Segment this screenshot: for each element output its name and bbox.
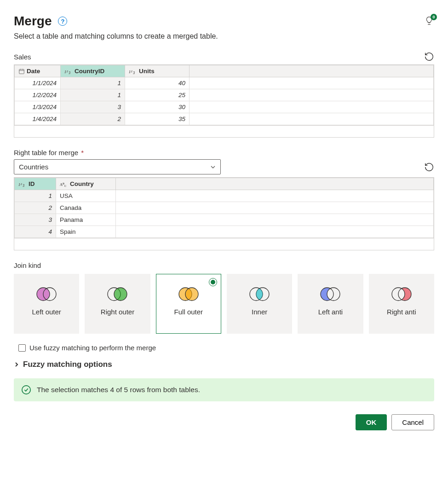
svg-text:A: A: [60, 183, 63, 187]
table-row[interactable]: 1/2/2024125: [15, 89, 434, 101]
venn-icon: [177, 286, 200, 302]
cancel-button[interactable]: Cancel: [391, 414, 434, 430]
required-asterisk: *: [79, 149, 84, 156]
join-kind-label: Join kind: [14, 261, 434, 269]
text-type-icon: ABC: [60, 182, 68, 187]
svg-text:1: 1: [18, 183, 20, 187]
join-kind-inner[interactable]: Inner: [227, 274, 292, 334]
column-header-units[interactable]: 123 Units: [125, 65, 190, 77]
join-kind-left-outer[interactable]: Left outer: [14, 274, 79, 334]
fuzzy-options-expander[interactable]: Fuzzy matching options: [14, 360, 434, 369]
svg-text:3: 3: [132, 70, 135, 75]
svg-text:1: 1: [64, 70, 66, 74]
table-row[interactable]: 4Spain: [15, 226, 434, 238]
right-table[interactable]: 123 ID ABC Country 1USA2Canada3Panama4Sp…: [14, 177, 434, 250]
venn-icon: [319, 286, 342, 302]
table-row[interactable]: 1USA: [15, 190, 434, 202]
date-type-icon: [18, 68, 25, 75]
svg-text:3: 3: [22, 183, 24, 187]
venn-icon: [390, 286, 413, 302]
left-table[interactable]: Date 123 CountryID 123 Units 1/1/2024140…: [14, 64, 434, 138]
fuzzy-matching-label: Use fuzzy matching to perform the merge: [29, 344, 156, 352]
svg-text:1: 1: [129, 70, 131, 74]
lightbulb-icon[interactable]: 0: [424, 16, 434, 27]
join-kind-full-outer[interactable]: Full outer: [156, 274, 221, 334]
check-circle-icon: [21, 385, 31, 395]
table-row[interactable]: 2Canada: [15, 202, 434, 214]
table-row[interactable]: 1/4/2024235: [15, 113, 434, 125]
venn-icon: [106, 286, 129, 302]
join-kind-right-anti[interactable]: Right anti: [369, 274, 434, 334]
svg-rect-0: [19, 69, 24, 74]
chevron-right-icon: [14, 362, 19, 367]
dialog-title: Merge: [14, 14, 52, 29]
column-header-date[interactable]: Date: [15, 65, 61, 77]
join-kind-right-outer[interactable]: Right outer: [85, 274, 150, 334]
dialog-subtitle: Select a table and matching columns to c…: [14, 32, 434, 41]
join-kind-left-anti[interactable]: Left anti: [298, 274, 363, 334]
svg-text:2: 2: [131, 69, 133, 72]
radio-selected-icon: [209, 278, 217, 286]
number-type-icon: 123: [18, 182, 27, 187]
svg-text:2: 2: [66, 69, 69, 72]
status-message: The selection matches 4 of 5 rows from b…: [14, 378, 434, 401]
fuzzy-matching-checkbox[interactable]: [18, 344, 26, 352]
number-type-icon: 123: [129, 69, 137, 75]
svg-point-21: [185, 288, 198, 301]
number-type-icon: 123: [64, 69, 73, 75]
svg-point-36: [22, 386, 30, 394]
svg-text:C: C: [64, 184, 67, 187]
help-icon[interactable]: ?: [58, 17, 67, 26]
table-row[interactable]: 1/1/2024140: [15, 77, 434, 89]
venn-icon: [248, 286, 271, 302]
lightbulb-badge: 0: [431, 14, 437, 20]
venn-icon: [35, 286, 58, 302]
svg-text:3: 3: [68, 70, 70, 75]
refresh-icon[interactable]: [424, 52, 434, 62]
right-table-dropdown[interactable]: Countries: [14, 159, 221, 174]
ok-button[interactable]: OK: [356, 414, 387, 430]
column-header-countryid[interactable]: 123 CountryID: [61, 65, 125, 77]
chevron-down-icon: [210, 164, 216, 170]
column-header-country[interactable]: ABC Country: [56, 178, 116, 190]
right-table-label: Right table for merge: [14, 149, 78, 156]
svg-text:2: 2: [20, 182, 23, 185]
column-header-id[interactable]: 123 ID: [15, 178, 56, 190]
table-row[interactable]: 1/3/2024330: [15, 101, 434, 113]
refresh-icon[interactable]: [424, 162, 434, 172]
left-table-label: Sales: [14, 53, 31, 61]
svg-point-19: [114, 288, 127, 301]
table-row[interactable]: 3Panama: [15, 214, 434, 226]
